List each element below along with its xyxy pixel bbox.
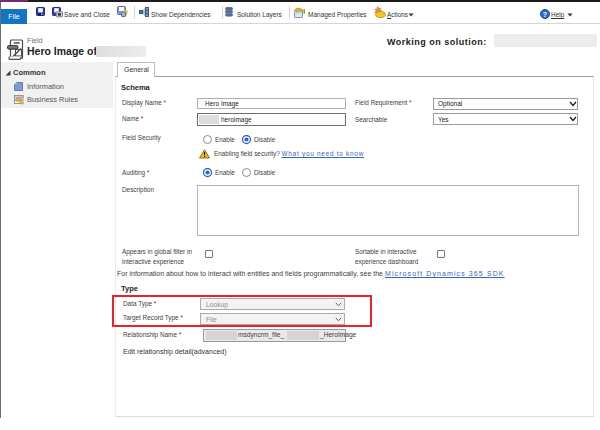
svg-text:?: ? xyxy=(543,11,547,18)
